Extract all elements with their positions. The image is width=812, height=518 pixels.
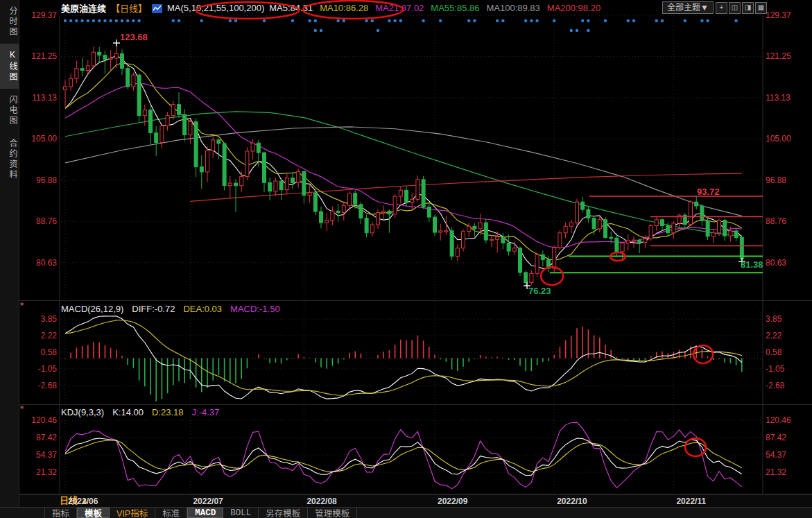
tab-指标[interactable]: 指标 (44, 508, 77, 518)
ma-value-MA21: MA21:87.02 (375, 3, 424, 13)
ma-value-MA5: MA5:84.31 (269, 3, 313, 13)
tab-MACD[interactable]: MACD (187, 508, 223, 518)
svg-text:105.00: 105.00 (766, 134, 791, 144)
pane-layout-left-icon[interactable]: ◫ (729, 2, 741, 14)
svg-text:87.42: 87.42 (766, 433, 786, 442)
tab-另存模板[interactable]: 另存模板 (259, 508, 308, 518)
svg-text:-1.05: -1.05 (766, 364, 785, 374)
svg-text:21.32: 21.32 (766, 467, 786, 477)
svg-text:129.37: 129.37 (31, 10, 57, 20)
sidebar-item-分时图[interactable]: 分时图 (0, 0, 19, 44)
sidebar-item-闪电图[interactable]: 闪电图 (0, 89, 19, 132)
kdj-header: KDJ(9,3,3) K:14.00 D:23.18 J:-4.37 (61, 407, 219, 417)
macd-macd-value: MACD:-1.50 (230, 304, 280, 314)
svg-text:3.85: 3.85 (41, 314, 58, 324)
symbol-title: 美原油连续 (61, 1, 106, 15)
svg-text:-2.68: -2.68 (766, 381, 785, 390)
svg-text:96.88: 96.88 (766, 175, 786, 185)
svg-text:87.42: 87.42 (36, 433, 57, 442)
sidebar-item-K线图[interactable]: K线图 (0, 44, 19, 89)
svg-text:*: * (20, 300, 24, 311)
svg-text:93.72: 93.72 (697, 187, 720, 197)
pane-grid-icon[interactable]: ▦ (755, 2, 767, 14)
top-bar-right: 全部主题▼ +◫◨▦ (662, 1, 767, 14)
ma-group-label: MA(5,10,21,55,100,200) (167, 3, 264, 13)
svg-text:21.32: 21.32 (36, 467, 57, 477)
kdj-j-value: J:-4.37 (192, 407, 220, 417)
kdj-k-value: K:14.00 (112, 407, 144, 417)
sidebar-item-合约资料[interactable]: 合约资料 (0, 132, 19, 187)
svg-text:54.37: 54.37 (36, 450, 57, 460)
pane-layout-right-icon[interactable]: ◨ (742, 2, 754, 14)
svg-text:121.25: 121.25 (31, 51, 57, 61)
tab-管理模板[interactable]: 管理模板 (308, 508, 357, 518)
svg-text:-1.05: -1.05 (38, 364, 58, 374)
svg-text:76.23: 76.23 (528, 286, 551, 296)
svg-text:113.13: 113.13 (766, 93, 791, 103)
macd-header: MACD(26,12,9) DIFF:-0.72 DEA:0.03 MACD:-… (61, 304, 280, 314)
svg-text:121.25: 121.25 (766, 51, 791, 61)
ma-value-MA200: MA200:98.20 (547, 3, 601, 13)
macd-title: MACD(26,12,9) (61, 304, 123, 314)
kline-chart-icon (152, 4, 162, 13)
svg-text:0.58: 0.58 (766, 347, 782, 357)
tab-标准[interactable]: 标准 (155, 508, 187, 518)
chart-canvas: 129.37129.37121.25121.25113.13113.13105.… (0, 0, 812, 518)
ma-value-MA55: MA55:85.86 (431, 3, 479, 13)
svg-text:123.68: 123.68 (120, 32, 148, 42)
tab-VIP指标[interactable]: VIP指标 (110, 508, 155, 518)
svg-text:81.38: 81.38 (741, 259, 763, 270)
ma-value-MA10: MA10:86.28 (320, 3, 368, 13)
svg-text:88.76: 88.76 (766, 216, 786, 226)
kdj-d-value: D:23.18 (152, 407, 184, 417)
svg-text:80.63: 80.63 (36, 258, 57, 268)
kdj-title: KDJ(9,3,3) (61, 407, 104, 417)
macd-dea-value: DEA:0.03 (183, 304, 222, 314)
svg-text:80.63: 80.63 (766, 258, 786, 268)
macd-diff-value: DIFF:-0.72 (132, 304, 175, 314)
ma-value-MA100: MA100:89.83 (486, 3, 539, 13)
tab-模板[interactable]: 模板 (77, 508, 110, 518)
left-sidebar: 分时图K线图闪电图合约资料 (0, 0, 19, 507)
tab-BOLL[interactable]: BOLL (223, 508, 259, 518)
svg-text:0.58: 0.58 (41, 347, 58, 357)
svg-text:2.22: 2.22 (766, 331, 782, 340)
svg-text:120.46: 120.46 (31, 415, 57, 425)
svg-text:113.13: 113.13 (32, 93, 57, 103)
period-selector[interactable]: 日线 ▲ (60, 495, 89, 506)
svg-text:-2.68: -2.68 (38, 381, 58, 390)
svg-text:88.76: 88.76 (36, 216, 57, 226)
svg-text:2.22: 2.22 (41, 331, 58, 340)
period-tag: 【日线】 (111, 1, 147, 15)
theme-dropdown-button[interactable]: 全部主题▼ (662, 1, 714, 14)
svg-text:120.46: 120.46 (766, 415, 791, 425)
svg-text:3.85: 3.85 (766, 314, 782, 324)
svg-text:96.88: 96.88 (36, 175, 57, 185)
svg-text:129.37: 129.37 (766, 10, 791, 20)
bottom-tab-bar: 指标模板VIP指标标准MACDBOLL另存模板管理模板 (0, 507, 812, 518)
trading-app-window: 分时图K线图闪电图合约资料 美原油连续 【日线】 MA(5,10,21,55,1… (0, 0, 812, 518)
svg-text:105.00: 105.00 (31, 134, 57, 144)
top-bar: 美原油连续 【日线】 MA(5,10,21,55,100,200) MA5:84… (61, 0, 601, 15)
svg-text:*: * (20, 404, 24, 414)
crosshair-tool-icon[interactable]: + (716, 2, 727, 14)
ma-values: MA5:84.31MA10:86.28MA21:87.02MA55:85.86M… (269, 3, 601, 13)
tool-buttons: +◫◨▦ (716, 2, 767, 14)
svg-text:54.37: 54.37 (766, 450, 786, 460)
